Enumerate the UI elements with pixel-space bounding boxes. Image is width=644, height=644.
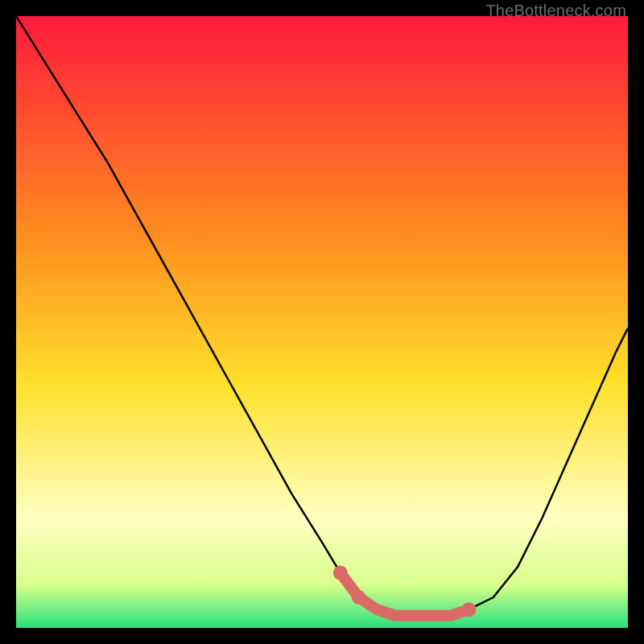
chart-frame	[16, 16, 628, 628]
watermark-text: TheBottleneck.com	[485, 2, 626, 20]
optimal-marker-dot	[333, 566, 348, 580]
optimal-marker-dot	[461, 602, 476, 617]
optimal-marker-dot	[352, 590, 366, 605]
gradient-background	[16, 16, 628, 628]
bottleneck-chart	[16, 16, 628, 628]
